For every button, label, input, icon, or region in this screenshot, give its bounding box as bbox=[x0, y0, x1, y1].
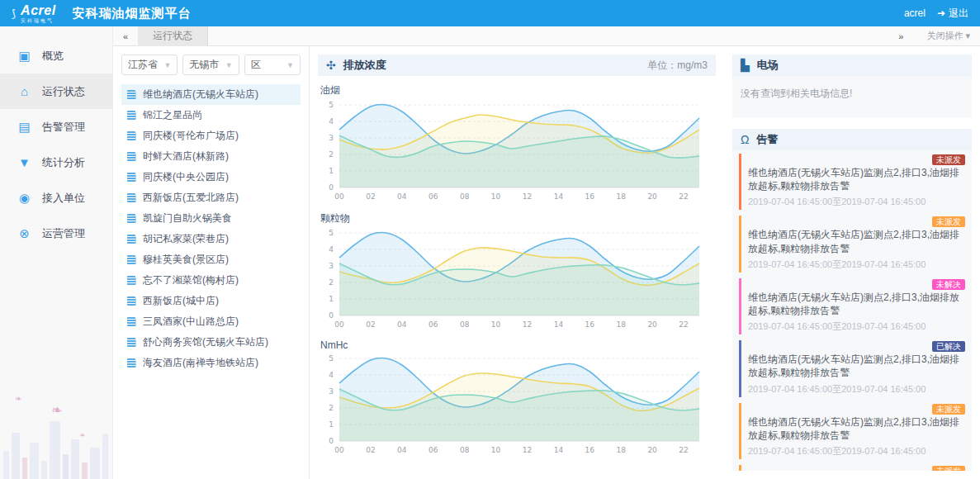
building-icon bbox=[127, 173, 135, 182]
chevron-down-icon: ▼ bbox=[286, 61, 294, 69]
sidebar-item-overview[interactable]: ▣概览 bbox=[0, 38, 112, 74]
svg-text:1: 1 bbox=[329, 295, 334, 303]
username[interactable]: acrel bbox=[904, 7, 926, 19]
alarm-time: 2019-07-04 16:45:00至2019-07-04 16:45:00 bbox=[748, 258, 965, 271]
emission-panel-header: ✣ 排放浓度 单位：mg/m3 bbox=[318, 55, 716, 76]
building-icon bbox=[127, 90, 135, 99]
alarm-item[interactable]: 已解决维也纳酒店(无锡火车站店)监测点2,排口3,油烟排放超标,颗粒物排放告警2… bbox=[739, 340, 965, 396]
building-icon bbox=[127, 296, 135, 306]
store-list-item[interactable]: 胡记私家菜(荣巷店) bbox=[121, 229, 301, 249]
sidebar-item-label: 统计分析 bbox=[42, 155, 85, 170]
sidebar: ▣概览⌂运行状态▤告警管理▼统计分析◉接入单位⊗运营管理 ❧ ❧ ❧ bbox=[0, 26, 113, 479]
tab-actions-dropdown[interactable]: 关闭操作 ▾ bbox=[926, 30, 970, 42]
building-icon bbox=[127, 255, 135, 264]
svg-text:20: 20 bbox=[647, 446, 657, 454]
store-name: 同庆楼(中央公园店) bbox=[143, 170, 229, 184]
svg-text:16: 16 bbox=[585, 192, 595, 201]
store-list-item[interactable]: 西新饭店(城中店) bbox=[121, 291, 301, 311]
city-select[interactable]: 无锡市 ▼ bbox=[182, 55, 239, 75]
alarm-status-badge: 未解决 bbox=[932, 279, 965, 290]
alarm-time: 2019-07-04 16:45:00至2019-07-04 16:45:00 bbox=[748, 445, 965, 458]
alarm-item[interactable]: 未解决维也纳酒店(无锡火车站店)测点2,排口3,油烟排放超标,颗粒物排放告警20… bbox=[739, 278, 965, 334]
alarm-time: 2019-07-04 16:45:00至2019-07-04 16:45:00 bbox=[748, 383, 965, 396]
svg-text:2: 2 bbox=[329, 278, 334, 287]
sidebar-item-alarm[interactable]: ▤告警管理 bbox=[0, 109, 112, 145]
svg-text:18: 18 bbox=[616, 192, 626, 201]
province-select[interactable]: 江苏省 ▼ bbox=[121, 55, 178, 75]
svg-text:10: 10 bbox=[491, 192, 501, 201]
svg-text:00: 00 bbox=[334, 320, 344, 329]
document-icon: ▤ bbox=[17, 120, 31, 135]
svg-text:16: 16 bbox=[585, 320, 595, 329]
alarm-status-badge: 未派发 bbox=[932, 154, 965, 165]
alarm-text: 维也纳酒店(无锡火车站店)监测点2,排口3,油烟排放超标,颗粒物排放告警 bbox=[748, 228, 965, 254]
alarm-status-badge: 未派发 bbox=[932, 466, 965, 471]
store-list-item[interactable]: 凯旋门自助火锅美食 bbox=[121, 208, 301, 229]
alarm-text: 维也纳酒店(无锡火车站店)监测点2,排口3,油烟排放超标,颗粒物排放告警 bbox=[748, 415, 965, 442]
sidebar-item-label: 运营管理 bbox=[42, 226, 85, 241]
header-right: acrel ➜ 退出 bbox=[904, 7, 968, 21]
sidebar-item-label: 概览 bbox=[42, 49, 64, 64]
svg-text:00: 00 bbox=[334, 192, 344, 201]
store-panel: 江苏省 ▼ 无锡市 ▼ 区 ▼ 维也纳酒店(无锡火车站店)锦江之星品尚同庆楼(哥… bbox=[113, 46, 310, 479]
sidebar-menu: ▣概览⌂运行状态▤告警管理▼统计分析◉接入单位⊗运营管理 bbox=[0, 38, 112, 251]
tabs-scroll-left-icon[interactable]: « bbox=[113, 31, 138, 41]
alarm-card-header: Ω 告警 bbox=[732, 129, 972, 150]
sidebar-item-label: 告警管理 bbox=[42, 120, 85, 135]
alarm-item[interactable]: 未派发维也纳酒店(无锡火车站店)监测点2,排口3,油烟排放超标,颗粒物排放告警2… bbox=[739, 154, 965, 210]
alarm-card: Ω 告警 未派发维也纳酒店(无锡火车站店)监测点2,排口3,油烟排放超标,颗粒物… bbox=[732, 129, 972, 471]
store-list-item[interactable]: 穆桂英美食(景区店) bbox=[121, 249, 301, 270]
alarm-text: 维也纳酒店(无锡火车站店)测点2,排口3,油烟排放超标,颗粒物排放告警 bbox=[748, 291, 965, 317]
sidebar-item-stats[interactable]: ▼统计分析 bbox=[0, 145, 112, 180]
svg-text:08: 08 bbox=[460, 446, 470, 454]
store-list-item[interactable]: 同庆楼(哥伦布广场店) bbox=[121, 126, 301, 146]
logout-button[interactable]: ➜ 退出 bbox=[937, 7, 968, 21]
store-list-item[interactable]: 维也纳酒店(无锡火车站店) bbox=[121, 84, 301, 105]
store-list-item[interactable]: 舒心商务宾馆(无锡火车站店) bbox=[121, 332, 301, 353]
svg-text:10: 10 bbox=[491, 446, 501, 454]
svg-text:06: 06 bbox=[428, 320, 438, 329]
sidebar-item-units[interactable]: ◉接入单位 bbox=[0, 180, 112, 216]
sidebar-item-ops[interactable]: ⊗运营管理 bbox=[0, 216, 112, 251]
funnel-icon: ▼ bbox=[17, 155, 31, 169]
store-list-item[interactable]: 时鲜大酒店(林新路) bbox=[121, 146, 301, 167]
store-list-item[interactable]: 海友酒店(南禅寺地铁站店) bbox=[121, 353, 301, 373]
chart-title: 油烟 bbox=[320, 83, 716, 97]
alarm-text: 维也纳酒店(无锡火车站店)监测点2,排口3,油烟排放超标,颗粒物排放告警 bbox=[748, 353, 965, 379]
svg-text:12: 12 bbox=[523, 320, 532, 329]
alarm-list: 未派发维也纳酒店(无锡火车站店)监测点2,排口3,油烟排放超标,颗粒物排放告警2… bbox=[732, 150, 972, 471]
app-header: ⟆ Acrel 安科瑞电气 安科瑞油烟监测平台 acrel ➜ 退出 bbox=[0, 0, 980, 26]
store-list-item[interactable]: 锦江之星品尚 bbox=[121, 105, 301, 126]
svg-text:12: 12 bbox=[523, 446, 532, 454]
svg-text:16: 16 bbox=[585, 446, 595, 454]
building-icon bbox=[127, 358, 135, 368]
svg-text:3: 3 bbox=[329, 262, 334, 270]
logout-icon: ➜ bbox=[937, 7, 945, 19]
sidebar-item-status[interactable]: ⌂运行状态 bbox=[0, 74, 112, 109]
alarm-item[interactable]: 未派发维也纳酒店(无锡火车站店)监测点2,排口3,油烟排放超标,颗粒物排放告警2… bbox=[739, 216, 965, 272]
svg-text:3: 3 bbox=[329, 134, 334, 142]
building-icon bbox=[127, 214, 135, 223]
store-list-item[interactable]: 忘不了湘菜馆(梅村店) bbox=[121, 270, 301, 291]
store-list-item[interactable]: 西新饭店(五爱北路店) bbox=[121, 187, 301, 208]
store-list-item[interactable]: 同庆楼(中央公园店) bbox=[121, 167, 301, 187]
alarm-item[interactable]: 未派发维也纳酒店(无锡火车站店)监测点2,排口3,油烟排放超标,颗粒物排放告警2… bbox=[739, 403, 965, 459]
svg-text:2: 2 bbox=[329, 404, 334, 412]
store-list-item[interactable]: 三凤酒家(中山路总店) bbox=[121, 311, 301, 332]
tabs-scroll-right-icon[interactable]: » bbox=[888, 31, 913, 41]
building-icon bbox=[127, 193, 135, 202]
svg-text:5: 5 bbox=[329, 229, 334, 237]
brand-mark-icon: ⟆ bbox=[12, 7, 16, 20]
app-window: ⟆ Acrel 安科瑞电气 安科瑞油烟监测平台 acrel ➜ 退出 ▣概览⌂运… bbox=[0, 0, 980, 479]
chart-title: 颗粒物 bbox=[320, 211, 716, 225]
tab-running-status[interactable]: 运行状态 bbox=[138, 26, 208, 46]
district-select[interactable]: 区 ▼ bbox=[244, 55, 301, 75]
brand-logo: Acrel 安科瑞电气 bbox=[21, 4, 56, 23]
chevron-down-icon: ▼ bbox=[163, 61, 171, 69]
svg-text:08: 08 bbox=[460, 192, 470, 201]
alarm-item[interactable]: 未派发维也纳酒店(无锡火车站店)监测点2,排口3,油烟排放超标,颗粒物排放告警2… bbox=[739, 465, 965, 471]
brand-name: Acrel bbox=[21, 4, 56, 17]
emission-panel-title: 排放浓度 bbox=[343, 58, 386, 73]
store-name: 西新饭店(城中店) bbox=[143, 294, 219, 308]
store-name: 海友酒店(南禅寺地铁站店) bbox=[143, 356, 258, 370]
